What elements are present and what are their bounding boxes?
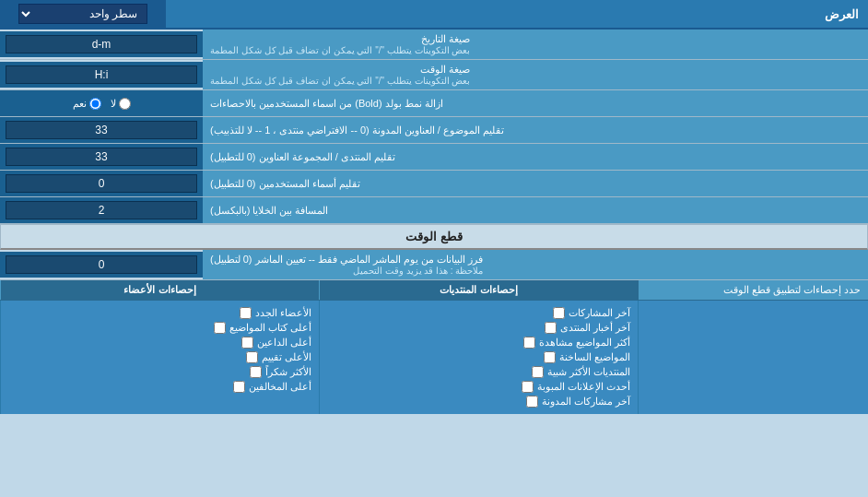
checkbox-top-violators[interactable] <box>233 381 245 393</box>
time-format-input-container <box>0 62 203 88</box>
stats-col2-body: الأعضاء الجدد أعلى كتاب المواضيع أعلى ال… <box>0 301 319 414</box>
username-order-input-container <box>0 171 203 196</box>
checkbox-top-inviters[interactable] <box>241 337 253 349</box>
username-order-input[interactable] <box>6 174 197 193</box>
list-item: الأكثر شكراً <box>8 366 311 378</box>
checkbox-most-thanks[interactable] <box>250 366 262 378</box>
list-item: آخر أخبار المنتدى <box>327 322 630 334</box>
topic-title-input-container <box>0 117 203 143</box>
checkbox-top-writers[interactable] <box>214 322 226 334</box>
stats-header-row: حدد إحصاءات لتطبيق قطع الوقت إحصاءات الم… <box>0 280 868 301</box>
cell-spacing-row: المسافة بين الخلايا (بالبكسل) <box>0 197 868 224</box>
time-format-input[interactable] <box>6 65 197 84</box>
stats-col1-body: آخر المشاركات آخر أخبار المنتدى أكثر الم… <box>319 301 638 414</box>
time-cutoff-section-header: قطع الوقت <box>0 224 868 250</box>
stats-apply-col <box>638 301 868 414</box>
bold-remove-row: ازالة نمط بولد (Bold) من اسماء المستخدمي… <box>0 90 868 117</box>
bold-radio-group: نعم لا <box>73 98 131 110</box>
list-item: أعلى كتاب المواضيع <box>8 322 311 334</box>
list-item: المواضيع الساخنة <box>327 351 630 363</box>
bold-yes-label: نعم <box>73 98 101 110</box>
date-format-label: صيغة التاريخ بعض التكوينات يتطلب "/" الت… <box>203 30 868 59</box>
forum-group-row: تقليم المنتدى / المجموعة العناوين (0 للت… <box>0 144 868 171</box>
time-cutoff-row: فرز البيانات من يوم الماشر الماضي فقط --… <box>0 250 868 280</box>
cell-spacing-input-container <box>0 197 203 223</box>
list-item: الأعلى تقييم <box>8 351 311 363</box>
date-format-input-container <box>0 31 203 57</box>
list-item: أكثر المواضيع مشاهدة <box>327 337 630 349</box>
topic-title-input[interactable] <box>6 121 197 139</box>
date-format-row: صيغة التاريخ بعض التكوينات يتطلب "/" الت… <box>0 30 868 60</box>
topic-title-label: تقليم الموضوع / العناوين المدونة (0 -- ا… <box>203 117 868 143</box>
checkbox-new-members[interactable] <box>240 307 252 319</box>
stats-col1-header: إحصاءات المنتديات <box>319 280 638 300</box>
time-cutoff-label: فرز البيانات من يوم الماشر الماضي فقط --… <box>203 250 868 279</box>
checkbox-last-posts[interactable] <box>553 307 565 319</box>
time-format-label: صيغة الوقت بعض التكوينات يتطلب "/" التي … <box>203 60 868 89</box>
list-item: الأعضاء الجدد <box>8 307 311 319</box>
list-item: أعلى المخالفين <box>8 381 311 393</box>
checkbox-classified-ads[interactable] <box>522 381 534 393</box>
bold-remove-label: ازالة نمط بولد (Bold) من اسماء المستخدمي… <box>203 90 868 116</box>
list-item: المنتديات الأكثر شبية <box>327 366 630 378</box>
username-order-row: تقليم أسماء المستخدمين (0 للتطبيل) <box>0 171 868 197</box>
list-item: آخر المشاركات <box>327 307 630 319</box>
stats-col2-header: إحصاءات الأعضاء <box>0 280 319 300</box>
page-label: العرض <box>166 3 868 26</box>
stats-apply-label: حدد إحصاءات لتطبيق قطع الوقت <box>638 280 868 300</box>
forum-group-label: تقليم المنتدى / المجموعة العناوين (0 للت… <box>203 144 868 170</box>
topic-title-row: تقليم الموضوع / العناوين المدونة (0 -- ا… <box>0 117 868 144</box>
forum-group-input-container <box>0 144 203 170</box>
username-order-label: تقليم أسماء المستخدمين (0 للتطبيل) <box>203 171 868 196</box>
bold-remove-input-container: نعم لا <box>0 90 203 116</box>
bold-no-label: لا <box>111 98 131 110</box>
list-item: آخر مشاركات المدونة <box>327 396 630 408</box>
cell-spacing-input[interactable] <box>6 201 197 219</box>
date-format-input[interactable] <box>6 35 197 53</box>
stats-body: آخر المشاركات آخر أخبار المنتدى أكثر الم… <box>0 301 868 414</box>
cell-spacing-label: المسافة بين الخلايا (بالبكسل) <box>203 197 868 223</box>
checkbox-most-viewed[interactable] <box>523 337 535 349</box>
time-cutoff-input[interactable] <box>6 255 197 274</box>
forum-group-input[interactable] <box>6 148 197 166</box>
display-mode-select[interactable]: سطر واحدسطرانثلاثة أسطر <box>18 4 147 24</box>
bold-yes-radio[interactable] <box>89 98 101 110</box>
checkbox-blog-posts[interactable] <box>526 396 538 408</box>
list-item: أعلى الداعين <box>8 337 311 349</box>
time-cutoff-input-container <box>0 252 203 278</box>
time-format-row: صيغة الوقت بعض التكوينات يتطلب "/" التي … <box>0 60 868 90</box>
list-item: أحدث الإعلانات المبوبة <box>327 381 630 393</box>
top-header-row: العرض سطر واحدسطرانثلاثة أسطر <box>0 0 868 30</box>
checkbox-hot-topics[interactable] <box>544 351 556 363</box>
display-mode-container: سطر واحدسطرانثلاثة أسطر <box>0 0 166 28</box>
bold-no-radio[interactable] <box>119 98 131 110</box>
checkbox-top-rated[interactable] <box>246 351 258 363</box>
checkbox-last-news[interactable] <box>545 322 557 334</box>
checkbox-most-similar[interactable] <box>532 366 544 378</box>
